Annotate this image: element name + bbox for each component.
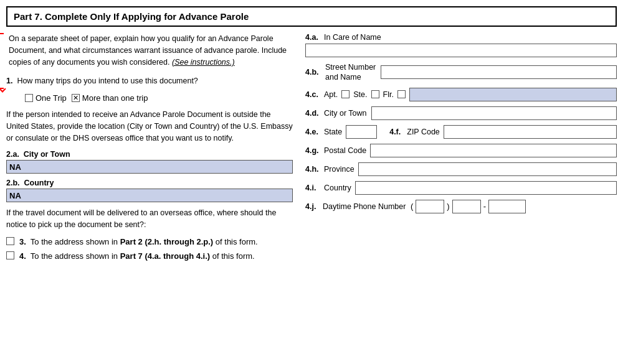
field-4c-input[interactable] <box>409 88 617 101</box>
one-trip-checkbox-box[interactable] <box>25 94 33 102</box>
more-trips-checkbox-box[interactable]: ✕ <box>72 94 80 102</box>
field-4g: 4.g. Postal Code <box>305 144 617 157</box>
field-2a: 2.a. City or Town <box>6 150 293 174</box>
ste-checkbox[interactable] <box>371 90 379 98</box>
phone-prefix-input[interactable] <box>452 200 481 213</box>
field-4i: 4.i. Country <box>305 181 617 195</box>
question-3: 3. To the address shown in Part 2 (2.h. … <box>6 237 293 246</box>
phone-area-input[interactable] <box>416 200 444 213</box>
field-4d-input[interactable] <box>371 106 617 120</box>
see-instructions[interactable]: (See instructions.) <box>172 58 235 67</box>
apt-checkbox[interactable] <box>341 90 350 98</box>
more-trips-checkbox[interactable]: ✕ More than one trip <box>72 93 148 103</box>
field-4g-input[interactable] <box>370 144 617 157</box>
field-4h-input[interactable] <box>358 162 617 176</box>
question-4-left: 4. To the address shown in Part 7 (4.a. … <box>6 251 293 261</box>
intro-text: On a separate sheet of paper, explain ho… <box>6 33 293 68</box>
field-2a-input[interactable] <box>6 160 293 174</box>
field-4h: 4.h. Province <box>305 162 617 176</box>
field-2b-input[interactable] <box>6 189 293 202</box>
q4-checkbox[interactable] <box>6 251 14 259</box>
one-trip-checkbox[interactable]: One Trip <box>25 93 67 103</box>
field-4e-input[interactable] <box>346 125 377 139</box>
question-1: 1. How many trips do you intend to use t… <box>6 75 293 103</box>
field-4a: 4.a. In Care of Name <box>305 33 617 57</box>
field-4d: 4.d. City or Town <box>305 106 617 120</box>
phone-line-input[interactable] <box>488 200 526 213</box>
body-text-1: If the person intended to receive an Adv… <box>6 109 293 144</box>
part-header: Part 7. Complete Only If Applying for Ad… <box>6 6 617 27</box>
field-4i-input[interactable] <box>355 181 617 195</box>
field-4a-input[interactable] <box>305 44 617 57</box>
field-4c: 4.c. Apt. Ste. Flr. <box>305 88 617 101</box>
field-4e-4f: 4.e. State 4.f. ZIP Code <box>305 125 617 139</box>
q3-checkbox[interactable] <box>6 237 14 245</box>
field-4b-input[interactable] <box>381 65 617 79</box>
field-4f-input[interactable] <box>444 125 617 139</box>
field-4j: 4.j. Daytime Phone Number ( ) - <box>305 200 617 213</box>
field-2b: 2.b. Country <box>6 179 293 202</box>
flr-checkbox[interactable] <box>397 90 406 98</box>
field-4b: 4.b. Street Number and Name <box>305 62 617 83</box>
body-text-2: If the travel document will be delivered… <box>6 207 293 231</box>
